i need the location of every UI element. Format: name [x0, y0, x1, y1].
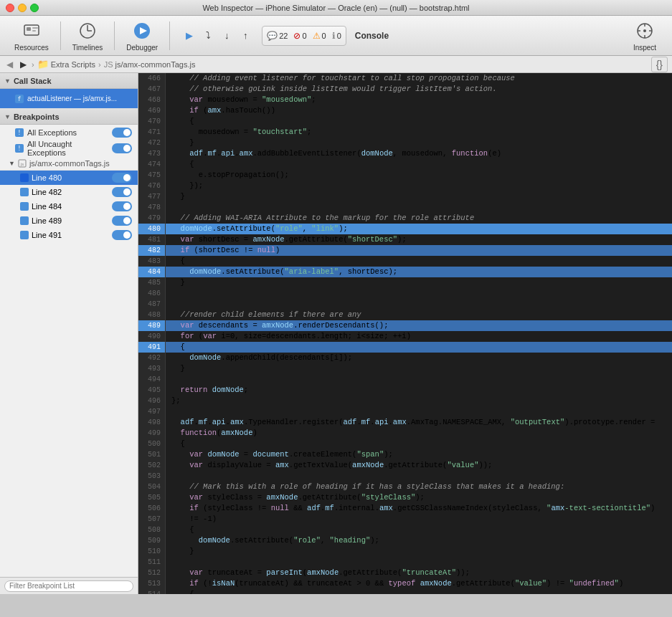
- nav-back[interactable]: ◀: [4, 59, 15, 70]
- filter-bar: [0, 577, 138, 594]
- resources-button[interactable]: Resources: [6, 16, 57, 54]
- debugger-label: Debugger: [126, 44, 158, 52]
- resources-icon: [20, 19, 43, 42]
- error-icon: ⊘: [293, 31, 300, 41]
- svg-text:f: f: [18, 96, 22, 102]
- all-uncaught-item[interactable]: ! All Uncaught Exceptions: [0, 140, 138, 156]
- uncaught-icon: !: [14, 143, 24, 153]
- exception-icon: !: [14, 128, 24, 138]
- all-exceptions-label: All Exceptions: [27, 128, 109, 137]
- svg-rect-3: [32, 30, 36, 32]
- bp-toggle-4[interactable]: [112, 230, 132, 240]
- bp-toggle-1[interactable]: [112, 187, 132, 197]
- folder-icon: 📁: [37, 59, 49, 70]
- bp-badge-4: [20, 231, 29, 239]
- debugger-button[interactable]: Debugger: [118, 16, 166, 54]
- line-numbers: 4664674684694704714724734744754764774784…: [138, 73, 166, 594]
- inspect-button[interactable]: Inspect: [623, 16, 666, 54]
- bp-line-3[interactable]: Line 489: [0, 214, 138, 228]
- pretty-print-button[interactable]: {}: [651, 57, 668, 72]
- callstack-header[interactable]: ▼ Call Stack: [0, 73, 138, 89]
- svg-text:!: !: [18, 145, 22, 152]
- svg-point-10: [643, 29, 646, 32]
- toolbar: Resources Timelines Debugger ▶ ⤵ ↓ ↑: [0, 16, 672, 56]
- callstack-item-0[interactable]: f actualListener — js/amx.js...: [0, 89, 138, 109]
- bp-badge-1: [20, 188, 29, 196]
- filter-input[interactable]: [4, 580, 133, 592]
- file-icon: JS: [104, 60, 113, 69]
- timelines-label: Timelines: [72, 44, 103, 52]
- warn-count-group: ⚠ 0: [313, 31, 326, 41]
- close-button[interactable]: [6, 4, 14, 12]
- nav-forward[interactable]: ▶: [18, 59, 29, 70]
- all-uncaught-toggle[interactable]: [112, 143, 132, 153]
- log-icon: ℹ: [332, 31, 336, 41]
- console-count: 22: [279, 32, 288, 40]
- bp-line-label-3: Line 489: [32, 216, 62, 225]
- toolbar-sep-2: [114, 21, 115, 50]
- continue-button[interactable]: ▶: [181, 28, 197, 44]
- breadcrumb-folder-label: Extra Scripts: [51, 60, 95, 69]
- inspect-icon: [633, 19, 656, 42]
- bp-line-label-4: Line 491: [32, 231, 62, 239]
- console-count-group: 💬 22: [267, 31, 288, 41]
- debugger-controls: ▶ ⤵ ↓ ↑: [179, 28, 256, 44]
- minimize-button[interactable]: [18, 4, 27, 12]
- window-title: Web Inspector — iPhone Simulator — Oracl…: [202, 4, 469, 12]
- all-exceptions-item[interactable]: ! All Exceptions: [0, 125, 138, 140]
- bp-toggle-3[interactable]: [112, 216, 132, 226]
- error-count: 0: [302, 32, 306, 40]
- left-panel: ▼ Call Stack f actualListener — js/amx.j…: [0, 73, 138, 594]
- svg-rect-1: [27, 27, 31, 31]
- bp-line-label-0: Line 480: [32, 173, 62, 182]
- console-label[interactable]: Console: [346, 31, 397, 41]
- main: ▼ Call Stack f actualListener — js/amx.j…: [0, 73, 672, 594]
- all-exceptions-toggle[interactable]: [112, 128, 132, 138]
- breakpoints-title: Breakpoints: [14, 113, 60, 121]
- breadcrumb-file[interactable]: JS js/amx-commonTags.js: [104, 60, 196, 69]
- log-count: 0: [337, 32, 341, 40]
- bp-badge-0: [20, 173, 29, 182]
- bp-line-2[interactable]: Line 484: [0, 199, 138, 214]
- bp-line-1[interactable]: Line 482: [0, 185, 138, 199]
- bp-file-header[interactable]: ▼ js js/amx-commonTags.js: [0, 156, 138, 171]
- bp-toggle-0[interactable]: [112, 173, 132, 183]
- bp-file-icon: js: [18, 159, 27, 168]
- breadcrumb-file-label: js/amx-commonTags.js: [115, 60, 196, 69]
- titlebar: Web Inspector — iPhone Simulator — Oracl…: [0, 0, 672, 16]
- svg-text:!: !: [18, 130, 22, 136]
- callstack-item-icon: f: [14, 94, 24, 104]
- bp-line-4[interactable]: Line 491: [0, 228, 138, 242]
- bp-toggle-2[interactable]: [112, 201, 132, 211]
- bp-line-label-1: Line 482: [32, 188, 62, 196]
- timelines-icon: [76, 19, 99, 42]
- code-content[interactable]: 4664674684694704714724734744754764774784…: [138, 73, 672, 594]
- bp-line-label-2: Line 484: [32, 202, 62, 211]
- bp-badge-3: [20, 216, 29, 225]
- timelines-button[interactable]: Timelines: [64, 16, 111, 54]
- breadcrumb-folder[interactable]: 📁 Extra Scripts: [37, 59, 95, 70]
- all-uncaught-label: All Uncaught Exceptions: [27, 140, 109, 157]
- step-in-button[interactable]: ↓: [219, 28, 235, 44]
- error-count-group: ⊘ 0: [293, 31, 306, 41]
- toolbar-sep-3: [169, 21, 170, 50]
- bp-file-label: js/amx-commonTags.js: [29, 159, 110, 168]
- navbar: ◀ ▶ › 📁 Extra Scripts › JS js/amx-common…: [0, 56, 672, 73]
- warn-icon: ⚠: [313, 31, 321, 41]
- inspect-label: Inspect: [633, 44, 656, 52]
- step-out-button[interactable]: ↑: [237, 28, 253, 44]
- bp-badge-2: [20, 202, 29, 211]
- warn-count: 0: [322, 32, 326, 40]
- svg-text:js: js: [20, 162, 24, 166]
- log-count-group: ℹ 0: [332, 31, 341, 41]
- traffic-lights[interactable]: [6, 4, 39, 12]
- step-over-button[interactable]: ⤵: [200, 28, 216, 44]
- code-editor: 4664674684694704714724734744754764774784…: [138, 73, 672, 594]
- console-icon: 💬: [267, 31, 278, 41]
- breakpoints-header[interactable]: ▼ Breakpoints: [0, 109, 138, 125]
- callstack-item-text-0: actualListener — js/amx.js...: [27, 95, 117, 102]
- bp-line-0[interactable]: Line 480: [0, 171, 138, 185]
- debugger-icon: [131, 19, 153, 42]
- maximize-button[interactable]: [30, 4, 39, 12]
- toolbar-sep-1: [60, 21, 61, 50]
